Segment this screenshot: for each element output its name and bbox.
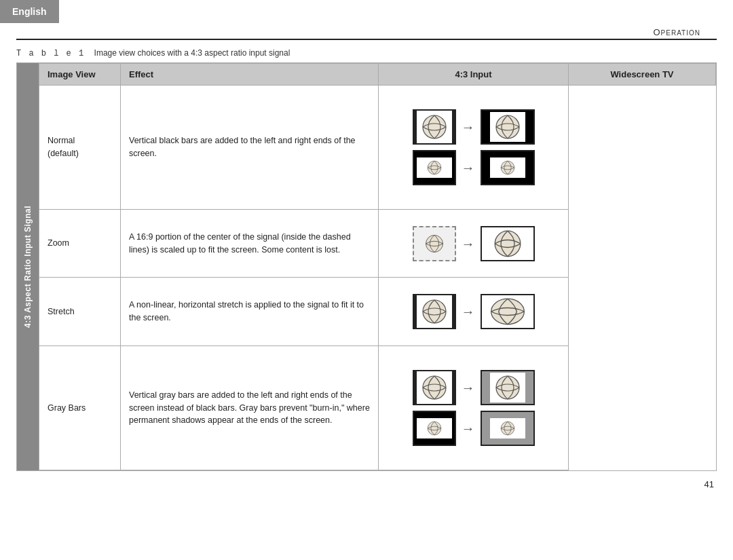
main-table: Image View Effect 4:3 Input Widescreen T… xyxy=(39,63,716,470)
basketball-svg-zoom xyxy=(421,234,447,253)
basketball-svg-gray-2 xyxy=(427,421,442,436)
arrow-icon-3: → xyxy=(462,234,475,254)
graybars-letterbox-input-inner xyxy=(417,418,452,438)
normal-visual-row-2: → xyxy=(413,150,535,185)
normal-input-frame-1 xyxy=(413,109,456,145)
row-normal-visuals: → xyxy=(379,86,569,210)
table-num: T a b l e 1 xyxy=(16,49,85,58)
normal-letterbox-output xyxy=(481,150,535,185)
main-table-wrap: 4:3 Aspect Ratio Input Signal Image View… xyxy=(16,62,717,471)
graybars-input-frame-1 xyxy=(413,370,456,405)
basketball-svg-3 xyxy=(427,160,442,175)
basketball-svg-stretch-out xyxy=(485,297,531,326)
side-label-text: 4:3 Aspect Ratio Input Signal xyxy=(23,206,33,328)
normal-letterbox-output-inner xyxy=(490,157,525,178)
svg-point-0 xyxy=(423,115,446,138)
svg-point-11 xyxy=(501,422,514,435)
stretch-visual-row-1: → xyxy=(413,294,535,329)
graybars-visual-row-1: → xyxy=(413,370,535,405)
graybars-letterbox-output-inner xyxy=(490,418,525,438)
row-stretch-name: Stretch xyxy=(39,278,121,346)
stretch-output-inner xyxy=(482,295,533,328)
english-tab: English xyxy=(0,0,59,23)
basketball-svg-4 xyxy=(500,160,515,175)
svg-point-1 xyxy=(496,115,519,138)
graybars-input-inner-1 xyxy=(417,371,452,404)
arrow-icon: → xyxy=(462,117,475,137)
col-effect: Effect xyxy=(121,64,379,86)
row-stretch-effect: A non-linear, horizontal stretch is appl… xyxy=(121,278,379,346)
stretch-visuals-pair: → xyxy=(387,294,560,329)
svg-point-5 xyxy=(495,231,521,257)
svg-point-7 xyxy=(491,299,524,324)
stretch-output-frame xyxy=(481,294,535,329)
graybars-letterbox-input xyxy=(413,411,456,446)
operation-header: OPERATION xyxy=(16,23,717,40)
page-number: 41 xyxy=(0,471,733,498)
zoom-output-frame xyxy=(481,226,535,261)
row-graybars-name: Gray Bars xyxy=(39,346,121,470)
table-caption: T a b l e 1 Image view choices with a 4:… xyxy=(16,48,717,58)
english-tab-label: English xyxy=(12,6,47,17)
svg-point-9 xyxy=(496,376,519,399)
normal-letterbox-input-inner xyxy=(417,157,452,178)
zoom-output-inner xyxy=(482,227,533,260)
table-row: Normal(default) Vertical black bars are … xyxy=(39,86,716,210)
normal-visual-row-1: → xyxy=(413,109,535,145)
table-row: Stretch A non-linear, horizontal stretch… xyxy=(39,278,716,346)
graybars-letterbox-output xyxy=(481,411,535,446)
arrow-icon-4: → xyxy=(462,301,475,322)
arrow-icon-2: → xyxy=(462,157,475,178)
graybars-visual-row-2: → xyxy=(413,411,535,446)
table-row: Gray Bars Vertical gray bars are added t… xyxy=(39,346,716,470)
graybars-output-frame-1 xyxy=(481,370,535,405)
top-bar: English xyxy=(0,0,733,23)
normal-letterbox-input xyxy=(413,150,456,185)
normal-visuals-pair: → xyxy=(387,109,560,185)
graybars-visuals-pair: → xyxy=(387,370,560,446)
arrow-icon-5: → xyxy=(462,377,475,398)
basketball-svg-gray-out-1 xyxy=(495,375,521,400)
row-zoom-effect: A 16:9 portion of the center of the sign… xyxy=(121,210,379,278)
arrow-icon-6: → xyxy=(462,418,475,438)
zoom-visuals-pair: → xyxy=(387,226,560,261)
table-row: Zoom A 16:9 portion of the center of the… xyxy=(39,210,716,278)
svg-point-6 xyxy=(423,300,446,323)
svg-point-8 xyxy=(423,376,446,399)
col-widescreen-tv: Widescreen TV xyxy=(569,64,716,86)
basketball-svg-gray-out-2 xyxy=(500,421,515,436)
svg-point-10 xyxy=(428,422,441,435)
row-normal-effect: Vertical black bars are added to the lef… xyxy=(121,86,379,210)
zoom-visual-row-1: → xyxy=(413,226,535,261)
basketball-svg xyxy=(421,114,447,140)
row-normal-name: Normal(default) xyxy=(39,86,121,210)
normal-output-frame-1 xyxy=(481,109,535,145)
side-label-col: 4:3 Aspect Ratio Input Signal xyxy=(17,63,39,470)
graybars-output-inner-1 xyxy=(490,373,525,403)
page-number-text: 41 xyxy=(704,479,714,489)
basketball-svg-stretch-in xyxy=(421,299,447,324)
table-header-row: Image View Effect 4:3 Input Widescreen T… xyxy=(39,64,716,86)
svg-point-3 xyxy=(501,161,514,174)
svg-point-2 xyxy=(428,161,441,174)
zoom-input-frame xyxy=(413,226,456,261)
normal-output-inner-1 xyxy=(490,112,525,142)
stretch-input-frame xyxy=(413,294,456,329)
svg-point-4 xyxy=(426,235,443,252)
row-graybars-effect: Vertical gray bars are added to the left… xyxy=(121,346,379,470)
basketball-svg-2 xyxy=(495,114,521,140)
normal-input-inner-1 xyxy=(417,111,452,143)
row-zoom-name: Zoom xyxy=(39,210,121,278)
row-zoom-visuals: → xyxy=(379,210,569,278)
basketball-svg-zoom-out xyxy=(487,229,528,258)
table-caption-text: Image view choices with a 4:3 aspect rat… xyxy=(94,48,290,58)
stretch-input-inner xyxy=(417,295,452,328)
section-label: OPERATION xyxy=(653,27,700,37)
col-image-view: Image View xyxy=(39,64,121,86)
basketball-svg-gray-1 xyxy=(421,375,447,400)
row-stretch-visuals: → xyxy=(379,278,569,346)
row-graybars-visuals: → xyxy=(379,346,569,470)
col-input43: 4:3 Input xyxy=(379,64,569,86)
